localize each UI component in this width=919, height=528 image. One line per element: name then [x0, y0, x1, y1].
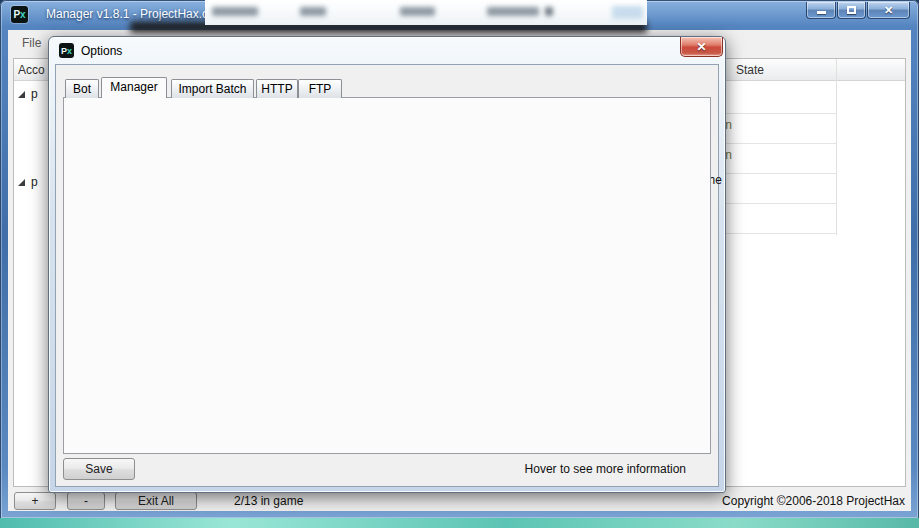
remove-account-button[interactable]: - — [67, 492, 105, 510]
menu-file[interactable]: File — [16, 34, 47, 52]
save-button[interactable]: Save — [63, 458, 135, 480]
in-game-status: 2/13 in game — [234, 494, 303, 508]
dialog-title: Options — [81, 44, 122, 58]
bottom-toolbar: + - Exit All 2/13 in game Copyright ©200… — [8, 490, 911, 511]
tree-item-group-2[interactable]: p — [18, 175, 38, 189]
blurred-text — [612, 6, 643, 19]
blurred-text — [487, 7, 539, 16]
maximize-button[interactable] — [837, 2, 866, 19]
blurred-window-strip — [205, 0, 647, 25]
tree-item-label: p — [31, 87, 38, 101]
tab-ftp[interactable]: FTP — [298, 79, 342, 98]
tree-item-group-1[interactable]: p — [18, 87, 38, 101]
minimize-icon — [817, 11, 826, 14]
options-dialog: Px Options ✕ Bot Manager Import Batch HT… — [48, 36, 726, 493]
main-window-title: Manager v1.8.1 - ProjectHax.com — [46, 7, 225, 21]
blurred-text — [545, 7, 553, 16]
hover-hint-text: Hover to see more information — [525, 462, 686, 476]
blurred-content — [205, 0, 647, 25]
copyright-text: Copyright ©2006-2018 ProjectHax — [722, 494, 905, 508]
expand-arrow-icon[interactable] — [18, 179, 25, 186]
manager-tab-panel — [63, 97, 711, 454]
close-button[interactable]: ✕ — [867, 2, 910, 19]
dialog-close-button[interactable]: ✕ — [680, 37, 723, 57]
blurred-text — [212, 7, 258, 16]
close-icon: ✕ — [884, 5, 893, 16]
desktop-background — [0, 518, 919, 528]
app-icon: Px — [11, 6, 28, 23]
column-header-account[interactable]: Acco — [18, 63, 45, 77]
tab-manager[interactable]: Manager — [101, 77, 167, 98]
minimize-button[interactable] — [806, 2, 836, 19]
tab-bot[interactable]: Bot — [65, 79, 99, 98]
add-account-button[interactable]: + — [14, 492, 56, 510]
expand-arrow-icon[interactable] — [18, 91, 25, 98]
tab-import-batch[interactable]: Import Batch — [171, 79, 254, 98]
close-icon: ✕ — [696, 41, 706, 53]
window-controls: ✕ — [806, 2, 910, 19]
column-header-state[interactable]: State — [736, 63, 764, 77]
tree-item-label: p — [31, 175, 38, 189]
maximize-icon — [847, 6, 856, 14]
dialog-icon: Px — [59, 43, 74, 58]
blurred-text — [300, 7, 326, 16]
tab-http[interactable]: HTTP — [256, 79, 298, 98]
grid-column-divider — [836, 59, 837, 235]
exit-all-button[interactable]: Exit All — [115, 492, 197, 510]
blurred-text — [400, 7, 435, 16]
